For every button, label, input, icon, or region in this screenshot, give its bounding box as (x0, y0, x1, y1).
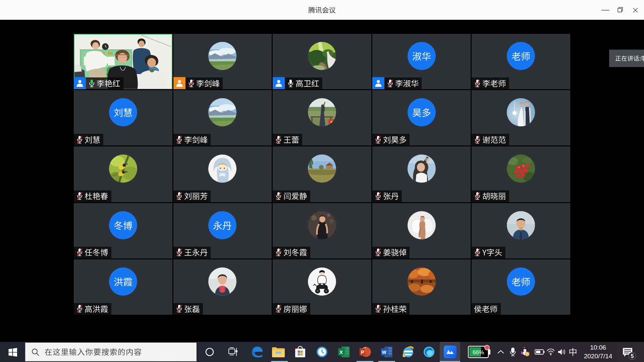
svg-text:P: P (361, 349, 364, 355)
svg-text:5: 5 (631, 353, 634, 359)
svg-text:X: X (339, 349, 343, 355)
svg-text:66%: 66% (473, 349, 484, 356)
svg-text:W: W (382, 350, 386, 355)
